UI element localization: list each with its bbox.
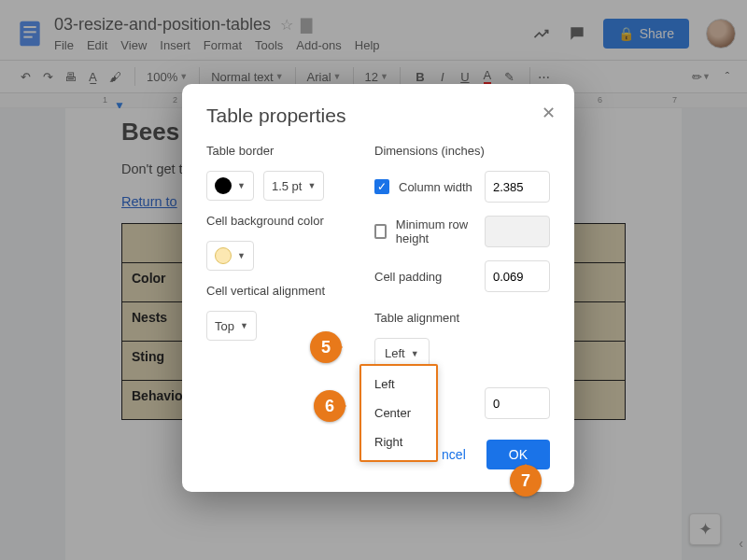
chevron-down-icon: ▼ xyxy=(411,349,419,358)
ok-button[interactable]: OK xyxy=(486,440,550,469)
dialog-title: Table properties xyxy=(206,105,550,127)
callout-7: 7 xyxy=(510,465,542,497)
close-icon[interactable]: ✕ xyxy=(542,103,556,123)
column-width-label: Column width xyxy=(399,180,472,194)
min-row-height-input[interactable] xyxy=(485,216,550,247)
cell-padding-input[interactable] xyxy=(485,260,550,292)
align-option-center[interactable]: Center xyxy=(361,399,436,427)
column-width-input[interactable] xyxy=(485,171,550,203)
border-width-select[interactable]: 1.5 pt▼ xyxy=(263,171,324,201)
chevron-down-icon: ▼ xyxy=(237,181,246,190)
min-row-height-checkbox[interactable] xyxy=(374,224,387,239)
cream-swatch-icon xyxy=(215,247,232,264)
cell-bg-label: Cell background color xyxy=(206,214,346,228)
chevron-down-icon: ▼ xyxy=(307,181,316,190)
table-align-dropdown: Left Center Right xyxy=(359,364,438,462)
cell-padding-label: Cell padding xyxy=(374,270,442,284)
cell-bg-select[interactable]: ▼ xyxy=(206,241,254,271)
column-width-checkbox[interactable]: ✓ xyxy=(374,179,389,194)
table-align-label: Table alignment xyxy=(374,311,550,325)
border-color-select[interactable]: ▼ xyxy=(206,171,254,201)
indent-input[interactable] xyxy=(485,387,550,419)
min-row-height-label: Minimum row height xyxy=(396,217,475,245)
black-swatch-icon xyxy=(215,177,232,194)
cell-va-select[interactable]: Top▼ xyxy=(206,311,257,341)
border-label: Table border xyxy=(206,144,346,158)
chevron-down-icon: ▼ xyxy=(240,321,248,330)
callout-6: 6 xyxy=(314,390,345,422)
dimensions-label: Dimensions (inches) xyxy=(374,144,550,158)
cell-va-label: Cell vertical alignment xyxy=(206,284,346,298)
chevron-down-icon: ▼ xyxy=(237,251,246,260)
align-option-right[interactable]: Right xyxy=(361,427,436,456)
align-option-left[interactable]: Left xyxy=(361,370,436,399)
callout-5: 5 xyxy=(310,331,342,363)
